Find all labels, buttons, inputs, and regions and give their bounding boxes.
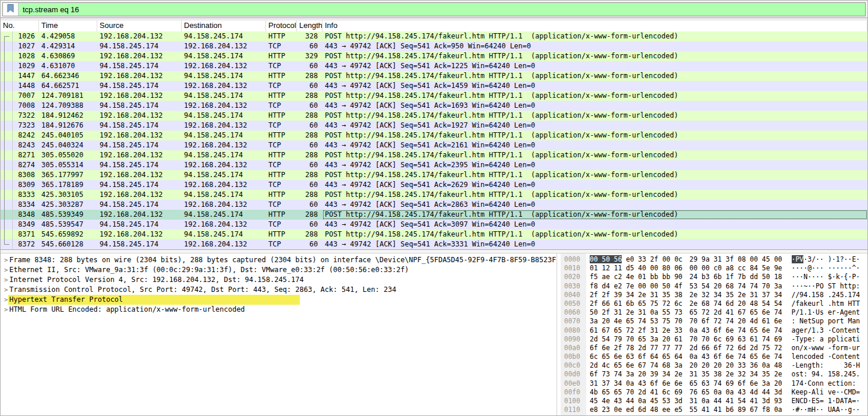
packet-row[interactable]: 10294.63107094.158.245.174192.168.204.13… [1,61,867,71]
hex-bytes-group2: 00 00 c0 a8 cc 84 5e 9e [689,264,782,273]
ascii-group1: ager/1.3 [792,326,824,335]
detail-tree-item[interactable]: >Internet Protocol Version 4, Src: 192.1… [1,275,556,285]
column-header-time[interactable]: Time [39,20,97,31]
cell-destination: 94.158.245.174 [182,51,266,61]
cell-destination: 94.158.245.174 [182,170,266,180]
expand-chevron-icon[interactable]: > [1,305,8,315]
hex-bytes-group2: 70 6f 72 74 20 4d 61 6e [689,317,782,326]
packet-row[interactable]: 10274.42931494.158.245.174192.168.204.13… [1,41,867,51]
horizontal-pane-splitter[interactable] [1,249,867,253]
column-header-info[interactable]: Info [323,20,867,31]
hex-offset: 0040 [561,291,586,299]
packet-row[interactable]: 144864.66257194.158.245.174192.168.204.1… [1,81,867,91]
hex-row[interactable]: 00703a 20 4e 65 74 53 75 7070 6f 72 74 2… [561,317,867,326]
packet-row[interactable]: 8274305.05531494.158.245.174192.168.204.… [1,160,867,170]
packet-row[interactable]: 8271305.055020192.168.204.13294.158.245.… [1,150,867,160]
hex-row[interactable]: 00e031 37 34 0a 43 6f 6e 6e65 63 74 69 6… [561,379,867,388]
highlighted-ascii: ·PV [792,255,804,263]
packet-row[interactable]: 8334425.30328794.158.245.174192.168.204.… [1,200,867,210]
packet-row[interactable]: 8372545.66012894.158.245.174192.168.204.… [1,239,867,249]
ascii-group1: P/1.1·Us [792,308,824,317]
ascii-group1: -Type: a [792,335,824,344]
hex-row[interactable]: 00402f 2f 39 34 2e 31 35 382e 32 34 35 2… [561,291,867,299]
filter-bookmark-button[interactable] [3,3,19,16]
hex-row[interactable]: 006050 2f 31 2e 31 0a 55 7365 72 2d 41 6… [561,308,867,317]
cell-info: POST http://94.158.245.174/fakeurl.htm H… [323,31,867,41]
detail-tree-item[interactable]: >HTML Form URL Encoded: application/x-ww… [1,305,556,315]
packet-row[interactable]: 8333425.303105192.168.204.13294.158.245.… [1,190,867,200]
packet-row[interactable]: 8308365.177997192.168.204.13294.158.245.… [1,170,867,180]
packet-row[interactable]: 7008124.70938894.158.245.174192.168.204.… [1,101,867,111]
cell-info: 443 → 49742 [ACK] Seq=541 Ack=2161 Win=6… [323,140,867,150]
ascii-group1: /fakeurl [792,299,824,308]
packet-row[interactable]: 144764.662346192.168.204.13294.158.245.1… [1,71,867,81]
packet-row[interactable]: 8349485.53954794.158.245.174192.168.204.… [1,220,867,230]
packet-row[interactable]: 10284.630869192.168.204.13294.158.245.17… [1,51,867,61]
packet-row[interactable]: 10264.429058192.168.204.13294.158.245.17… [1,31,867,41]
column-header-no[interactable]: No. [1,20,39,31]
packet-list[interactable]: 10264.429058192.168.204.13294.158.245.17… [1,31,867,249]
cell-length: 328 [297,31,323,41]
expand-chevron-icon[interactable]: > [1,255,8,265]
cell-time: 64.662571 [39,81,97,91]
packet-details-pane[interactable]: >Frame 8348: 288 bytes on wire (2304 bit… [1,253,556,415]
hex-offset: 0080 [561,326,586,335]
hex-bytes-group2: 31 35 38 2e 32 34 35 2e [689,370,782,379]
packet-row[interactable]: 8242245.040105192.168.204.13294.158.245.… [1,131,867,140]
wireshark-window: tcp.stream eq 16 No.TimeSourceDestinatio… [0,0,868,416]
hex-row[interactable]: 00f04b 65 65 70 2d 41 6c 6976 65 0a 0a 4… [561,388,867,397]
cell-time: 4.429058 [39,31,97,41]
hex-row[interactable]: 00b06c 65 6e 63 6f 64 65 640a 43 6f 6e 7… [561,352,867,361]
cell-source: 94.158.245.174 [97,81,182,91]
packet-row[interactable]: 8243245.04032494.158.245.174192.168.204.… [1,140,867,150]
hex-row[interactable]: 000000 50 56 e0 33 2f 00 0c29 9a 31 3f 0… [561,255,867,264]
packet-bytes-pane[interactable]: 000000 50 56 e0 33 2f 00 0c29 9a 31 3f 0… [561,253,867,415]
packet-row[interactable]: 8348485.539349192.168.204.13294.158.245.… [1,210,867,220]
expand-chevron-icon[interactable]: > [1,275,8,285]
hex-row[interactable]: 0110e8 23 0e ed 6d 48 ee e555 41 41 b6 8… [561,406,867,414]
hex-row[interactable]: 00a06f 6e 2f 78 2d 77 77 772d 66 6f 72 6… [561,344,867,352]
cell-source: 192.168.204.132 [97,170,182,180]
detail-tree-item[interactable]: >Hypertext Transfer Protocol [1,295,556,305]
hex-row[interactable]: 008061 67 65 72 2f 31 2e 330a 43 6f 6e 7… [561,326,867,335]
packet-row[interactable]: 7323184.91267694.158.245.174192.168.204.… [1,121,867,131]
cell-info: POST http://94.158.245.174/fakeurl.htm H… [323,111,867,121]
packet-row[interactable]: 7007124.709181192.168.204.13294.158.245.… [1,91,867,101]
detail-tree-item[interactable]: >Transmission Control Protocol, Src Port… [1,285,556,295]
cell-time: 485.539349 [39,210,97,220]
cell-source: 94.158.245.174 [97,220,182,230]
vertical-pane-splitter[interactable] [557,253,561,415]
hex-row[interactable]: 00d06f 73 74 3a 20 39 34 2e31 35 38 2e 3… [561,370,867,379]
hex-row[interactable]: 00c02d 4c 65 6e 67 74 68 3a20 20 20 20 3… [561,361,867,370]
hex-bytes-group2: 2e 32 34 35 2e 31 37 34 [689,291,782,299]
column-header-destination[interactable]: Destination [182,20,266,31]
display-filter-input[interactable]: tcp.stream eq 16 [19,3,865,16]
detail-tree-item[interactable]: >Ethernet II, Src: VMware_9a:31:3f (00:0… [1,265,556,275]
column-header-source[interactable]: Source [97,20,182,31]
hex-row[interactable]: 0030f8 d4 e2 7e 00 00 50 4f53 54 20 68 7… [561,282,867,291]
packet-row[interactable]: 8371545.659892192.168.204.13294.158.245.… [1,230,867,239]
hex-offset: 0000 [561,255,586,264]
detail-tree-item[interactable]: >Frame 8348: 288 bytes on wire (2304 bit… [1,255,556,265]
packet-row[interactable]: 7322184.912462192.168.204.13294.158.245.… [1,111,867,121]
hex-row[interactable]: 001001 12 11 d5 40 00 80 0600 00 c0 a8 c… [561,264,867,273]
cell-length: 288 [297,71,323,81]
hex-offset: 0020 [561,273,586,281]
hex-row[interactable]: 00902d 54 79 70 65 3a 20 6170 70 6c 69 6… [561,335,867,344]
column-header-protocol[interactable]: Protocol [266,20,297,31]
expand-chevron-icon[interactable]: > [1,265,8,275]
cell-length: 60 [297,81,323,91]
packet-row[interactable]: 8309365.17818994.158.245.174192.168.204.… [1,180,867,190]
hex-row[interactable]: 00502f 66 61 6b 65 75 72 6c2e 68 74 6d 2… [561,299,867,308]
expand-chevron-icon[interactable]: > [1,295,8,305]
hex-row[interactable]: 0020f5 ae c2 4e 01 bb bb 9024 b3 6b 1f 7… [561,273,867,281]
hex-row[interactable]: 010045 4e 43 44 0a 45 53 3d31 0a 44 41 5… [561,397,867,406]
cell-destination: 192.168.204.132 [182,61,266,71]
ascii-group1: ·PV·3/·· [792,255,824,264]
cell-info: POST http://94.158.245.174/fakeurl.htm H… [323,131,867,140]
ascii-group1: -Length: [792,361,824,370]
expand-chevron-icon[interactable]: > [1,285,8,295]
detail-text: HTML Form URL Encoded: application/x-www… [8,305,246,315]
cell-destination: 192.168.204.132 [182,121,266,131]
column-header-length[interactable]: Length [297,20,323,31]
